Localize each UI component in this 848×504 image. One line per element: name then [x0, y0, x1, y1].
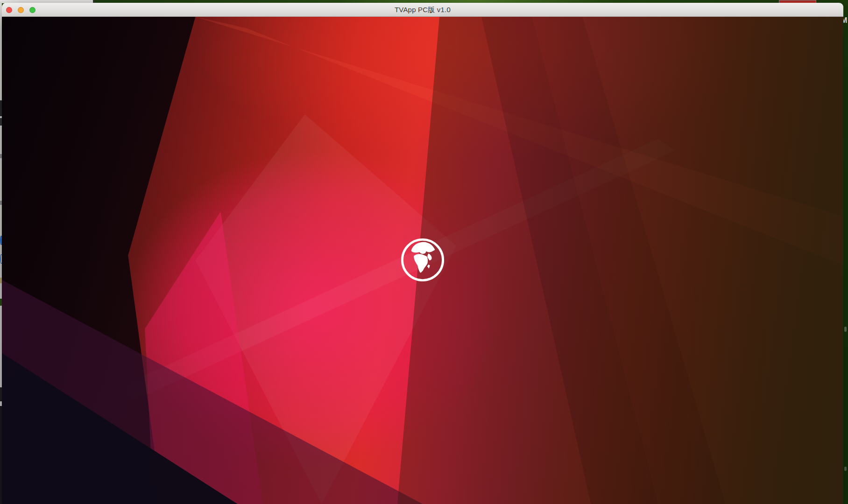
app-window: TVApp PC版 v1.0: [2, 3, 843, 504]
window-title: TVApp PC版 v1.0: [2, 3, 843, 17]
background-edge-mark: [844, 467, 847, 471]
titlebar[interactable]: TVApp PC版 v1.0: [2, 3, 843, 17]
globe-africa-icon: [400, 237, 445, 283]
screen: { "window": { "title": "TVApp PC版 v1.0",…: [0, 0, 848, 504]
splash-screen: [2, 17, 843, 504]
background-edge-mark: [844, 327, 847, 332]
